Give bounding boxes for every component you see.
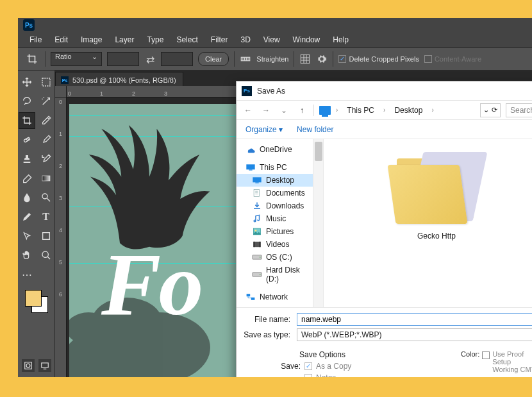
menu-edit[interactable]: Edit <box>48 33 74 47</box>
tree-onedrive[interactable]: OneDrive <box>237 143 313 156</box>
nav-up-icon[interactable]: ↑ <box>295 104 308 117</box>
menu-3d[interactable]: 3D <box>234 33 256 47</box>
svg-rect-16 <box>249 169 252 170</box>
nav-recent-icon[interactable]: ⌄ <box>278 104 290 117</box>
blur-tool-icon[interactable] <box>19 190 35 205</box>
content-aware-checkbox: Content-Aware <box>424 55 481 63</box>
hand-tool-icon[interactable] <box>19 248 35 263</box>
gradient-tool-icon[interactable] <box>38 171 54 186</box>
svg-rect-23 <box>253 242 254 247</box>
save-type-select[interactable]: WebP (*.WEBP;*.WBP)⌄ <box>297 328 532 341</box>
svg-rect-10 <box>41 363 48 367</box>
ps-logo-icon: Ps <box>23 19 35 31</box>
crop-height-input[interactable] <box>161 52 193 66</box>
tree-desktop[interactable]: Desktop <box>237 174 313 187</box>
file-pane[interactable]: Gecko Http <box>324 139 532 307</box>
svg-point-26 <box>260 257 261 258</box>
menu-file[interactable]: File <box>23 33 48 47</box>
history-brush-tool-icon[interactable] <box>38 151 54 167</box>
menu-window[interactable]: Window <box>287 33 327 47</box>
tree-documents[interactable]: Documents <box>237 187 313 199</box>
brush-tool-icon[interactable] <box>38 132 54 148</box>
new-folder-button[interactable]: New folder <box>297 125 333 134</box>
ruler-vertical[interactable]: 0123456 <box>55 97 67 377</box>
straighten-label[interactable]: Straighten <box>256 55 288 63</box>
folder-label: Gecko Http <box>387 232 486 241</box>
move-tool-icon[interactable] <box>19 74 35 90</box>
path-select-tool-icon[interactable] <box>19 228 35 244</box>
wand-tool-icon[interactable] <box>38 94 54 109</box>
folder-tree: OneDrive This PC Desktop Documents <box>237 139 313 307</box>
save-label: Save: <box>279 362 301 371</box>
ratio-select[interactable]: Ratio ⌄ <box>51 52 102 66</box>
icc-profile-link[interactable]: ICC Profile: sRG <box>471 376 523 377</box>
document-tab[interactable]: Ps 530.psd @ 100% (Fonts, RGB/8) <box>55 72 183 86</box>
shape-tool-icon[interactable] <box>38 228 54 244</box>
type-tool-icon[interactable]: T <box>38 209 54 224</box>
dialog-titlebar: Ps Save As <box>237 81 532 101</box>
dodge-tool-icon[interactable] <box>38 190 54 205</box>
ps-file-icon: Ps <box>242 86 252 96</box>
swap-icon[interactable]: ⇄ <box>144 53 156 65</box>
dialog-title: Save As <box>257 87 285 96</box>
save-type-label: Save as type: <box>237 330 297 339</box>
straighten-icon[interactable] <box>240 53 251 65</box>
save-options-label: Save Options <box>299 350 451 359</box>
stamp-tool-icon[interactable] <box>19 151 35 167</box>
nav-refresh[interactable]: ⌄⟳ <box>480 103 501 117</box>
tree-videos[interactable]: Videos <box>237 238 313 251</box>
crumb-this-pc[interactable]: This PC <box>343 106 378 115</box>
menu-view[interactable]: View <box>257 33 287 47</box>
menu-type[interactable]: Type <box>140 33 170 47</box>
svg-rect-18 <box>255 182 258 183</box>
pc-icon <box>319 106 331 115</box>
tree-scrollbar[interactable] <box>313 139 324 307</box>
ruler-corner <box>55 86 67 97</box>
nav-forward-icon: → <box>260 104 272 117</box>
grid-overlay-icon[interactable] <box>299 53 311 65</box>
crop-tool-icon[interactable] <box>19 113 35 128</box>
quick-mask-icon[interactable] <box>22 359 35 372</box>
zoom-tool-icon[interactable] <box>38 248 54 263</box>
menu-layer[interactable]: Layer <box>108 33 140 47</box>
svg-point-21 <box>255 230 257 232</box>
tree-music[interactable]: Music <box>237 212 313 225</box>
organize-button[interactable]: Organize ▾ <box>245 125 283 134</box>
divider <box>45 51 46 67</box>
svg-point-28 <box>260 274 261 275</box>
nav-back-icon[interactable]: ← <box>242 104 254 117</box>
file-name-input[interactable] <box>297 313 532 326</box>
delete-cropped-checkbox[interactable]: Delete Cropped Pixels <box>338 55 419 63</box>
divider <box>294 51 294 67</box>
foreground-color-swatch[interactable] <box>25 290 42 307</box>
screen-mode-icon[interactable] <box>38 359 51 372</box>
crop-tool-icon[interactable] <box>24 51 40 67</box>
menu-select[interactable]: Select <box>170 33 204 47</box>
eraser-tool-icon[interactable] <box>19 171 35 186</box>
edit-toolbar-icon[interactable]: ⋯ <box>19 267 35 282</box>
gear-icon[interactable] <box>316 53 328 65</box>
tree-hdd[interactable]: Hard Disk (D:) <box>237 264 313 285</box>
menu-help[interactable]: Help <box>326 33 355 47</box>
marquee-tool-icon[interactable] <box>38 74 54 90</box>
heal-tool-icon[interactable] <box>19 132 35 148</box>
folder-item[interactable]: Gecko Http <box>387 153 486 241</box>
eyedropper-tool-icon[interactable] <box>38 113 54 128</box>
crumb-desktop[interactable]: Desktop <box>390 106 426 115</box>
color-swatches[interactable] <box>24 289 49 314</box>
divider <box>333 51 333 67</box>
search-input[interactable]: Search <box>506 103 532 117</box>
svg-rect-29 <box>247 294 251 296</box>
lasso-tool-icon[interactable] <box>19 94 35 109</box>
tree-this-pc[interactable]: This PC <box>237 161 313 174</box>
tree-pictures[interactable]: Pictures <box>237 225 313 238</box>
menu-filter[interactable]: Filter <box>204 33 235 47</box>
tree-network[interactable]: Network <box>237 291 313 303</box>
photoshop-window: Ps File Edit Image Layer Type Select Fil… <box>18 18 532 377</box>
menu-image[interactable]: Image <box>74 33 108 47</box>
tree-os-drive[interactable]: OS (C:) <box>237 251 313 264</box>
tree-downloads[interactable]: Downloads <box>237 199 313 212</box>
clear-button[interactable]: Clear <box>198 52 229 66</box>
pen-tool-icon[interactable] <box>19 209 35 224</box>
crop-width-input[interactable] <box>107 52 139 66</box>
